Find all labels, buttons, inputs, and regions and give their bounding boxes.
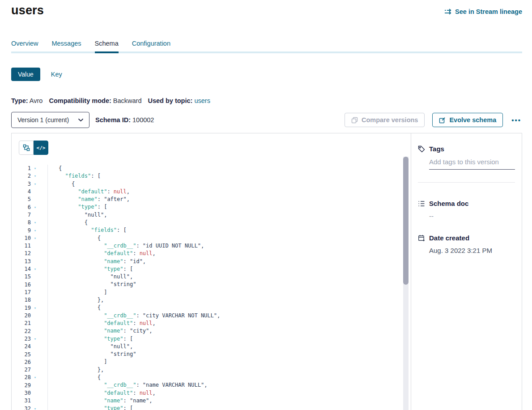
code-line[interactable]: "name": "after",	[48, 196, 411, 203]
fold-toggle-icon	[31, 281, 39, 289]
code-line[interactable]: "null",	[48, 343, 411, 350]
code-lines[interactable]: {"fields": [{"default": null,"name": "af…	[48, 165, 411, 410]
code-line[interactable]: "null",	[48, 211, 411, 219]
code-line[interactable]: {	[48, 374, 411, 381]
compare-versions-button[interactable]: Compare versions	[345, 113, 425, 127]
meta-compat-value: Backward	[113, 97, 142, 104]
tags-title: Tags	[429, 145, 444, 153]
tab-overview[interactable]: Overview	[11, 40, 38, 51]
fold-toggle-icon[interactable]: ▾	[31, 165, 39, 172]
code-line[interactable]: {	[48, 180, 411, 188]
version-select[interactable]: Version 1 (current)	[11, 112, 89, 128]
code-line[interactable]: "string"	[48, 281, 411, 288]
schema-id: Schema ID: 100002	[95, 116, 154, 124]
code-line[interactable]: "type": [	[48, 405, 411, 410]
tree-view-button[interactable]	[19, 141, 34, 155]
compare-versions-icon	[351, 117, 358, 124]
fold-toggle-icon[interactable]: ▾	[31, 204, 39, 211]
fold-toggle-icon	[31, 328, 39, 335]
tab-schema[interactable]: Schema	[95, 40, 119, 51]
see-in-stream-lineage-link[interactable]: See in Stream lineage	[444, 8, 522, 15]
code-line[interactable]: "string"	[48, 350, 411, 358]
meta-type-value: Avro	[30, 97, 43, 104]
schema-page: users See in Stream lineage Overview Mes…	[0, 4, 532, 410]
fold-toggle-icon	[31, 250, 39, 257]
fold-toggle-icon[interactable]: ▾	[31, 227, 39, 235]
date-created-section: Date created Aug. 3 2022 3:21 PM	[418, 234, 515, 254]
line-number: 28	[12, 374, 31, 381]
date-created-title: Date created	[429, 234, 469, 242]
line-number: 31	[12, 397, 31, 405]
evolve-schema-button[interactable]: Evolve schema	[432, 113, 503, 127]
sidebar-divider	[418, 182, 515, 183]
code-line[interactable]: {	[48, 235, 411, 242]
fold-toggle-icon	[31, 382, 39, 389]
fold-toggle-icon	[31, 196, 39, 203]
line-number: 30	[12, 389, 31, 397]
stream-lineage-icon	[444, 9, 452, 15]
code-view-button[interactable]: </>	[34, 141, 48, 155]
fold-toggle-icon[interactable]: ▾	[31, 374, 39, 381]
line-number: 7	[12, 211, 31, 219]
more-options-button[interactable]: •••	[511, 116, 522, 124]
line-number: 15	[12, 273, 31, 281]
topic-link[interactable]: users	[194, 97, 210, 104]
code-line[interactable]: },	[48, 366, 411, 374]
code-line[interactable]: "name": "city",	[48, 327, 411, 335]
code-line[interactable]: "name": "name",	[48, 397, 411, 405]
fold-toggle-icon[interactable]: ▾	[31, 219, 39, 226]
value-toggle-button[interactable]: Value	[11, 68, 40, 81]
line-number: 6	[12, 204, 31, 211]
code-line[interactable]: "default": null,	[48, 320, 411, 327]
tab-messages[interactable]: Messages	[51, 40, 81, 51]
fold-toggle-icon	[31, 211, 39, 219]
code-line[interactable]: "__crdb__": "id UUID NOT NULL",	[48, 242, 411, 250]
code-line[interactable]: "null",	[48, 273, 411, 281]
code-line[interactable]: "fields": [	[48, 172, 411, 180]
code-line[interactable]: ]	[48, 289, 411, 296]
line-number: 13	[12, 258, 31, 265]
code-line[interactable]: {	[48, 165, 411, 172]
code-line[interactable]: "type": [	[48, 265, 411, 273]
stream-lineage-label: See in Stream lineage	[455, 8, 522, 15]
editor-view-toggle: </>	[19, 141, 48, 155]
fold-toggle-icon	[31, 296, 39, 304]
meta-topic-label: Used by topic:	[148, 97, 192, 104]
fold-toggle-icon	[31, 343, 39, 350]
compare-versions-label: Compare versions	[362, 116, 418, 124]
code-line[interactable]: {	[48, 219, 411, 226]
code-line[interactable]: {	[48, 304, 411, 312]
code-line[interactable]: },	[48, 296, 411, 304]
fold-toggle-icon	[31, 366, 39, 374]
code-line[interactable]: "__crdb__": "name VARCHAR NULL",	[48, 381, 411, 389]
line-number: 22	[12, 328, 31, 335]
code-line[interactable]: "fields": [	[48, 226, 411, 234]
code-line[interactable]: "type": [	[48, 203, 411, 211]
line-number: 29	[12, 382, 31, 389]
tags-input[interactable]	[429, 156, 515, 170]
fold-toggle-icon[interactable]: ▾	[31, 405, 39, 410]
code-line[interactable]: "default": null,	[48, 188, 411, 196]
fold-toggle-icon[interactable]: ▾	[31, 235, 39, 242]
tags-section: Tags	[418, 145, 515, 183]
date-created-value: Aug. 3 2022 3:21 PM	[429, 247, 515, 254]
fold-toggle-icon[interactable]: ▾	[31, 335, 39, 343]
fold-toggle-icon[interactable]: ▾	[31, 180, 39, 188]
line-number: 5	[12, 196, 31, 203]
code-line[interactable]: "default": null,	[48, 250, 411, 257]
code-view-icon: </>	[37, 145, 46, 151]
evolve-schema-label: Evolve schema	[449, 116, 496, 124]
key-toggle-link[interactable]: Key	[51, 71, 62, 78]
code-line[interactable]: ]	[48, 358, 411, 366]
schema-doc-title: Schema doc	[429, 200, 468, 207]
code-line[interactable]: "name": "id",	[48, 258, 411, 265]
editor-scrollbar-thumb[interactable]	[403, 157, 409, 285]
tab-configuration[interactable]: Configuration	[132, 40, 170, 51]
fold-toggle-icon[interactable]: ▾	[31, 304, 39, 312]
fold-toggle-icon	[31, 188, 39, 196]
code-line[interactable]: "__crdb__": "city VARCHAR NOT NULL",	[48, 312, 411, 320]
code-line[interactable]: "default": null,	[48, 389, 411, 397]
fold-toggle-icon[interactable]: ▾	[31, 172, 39, 180]
code-line[interactable]: "type": [	[48, 335, 411, 343]
fold-toggle-icon[interactable]: ▾	[31, 265, 39, 273]
